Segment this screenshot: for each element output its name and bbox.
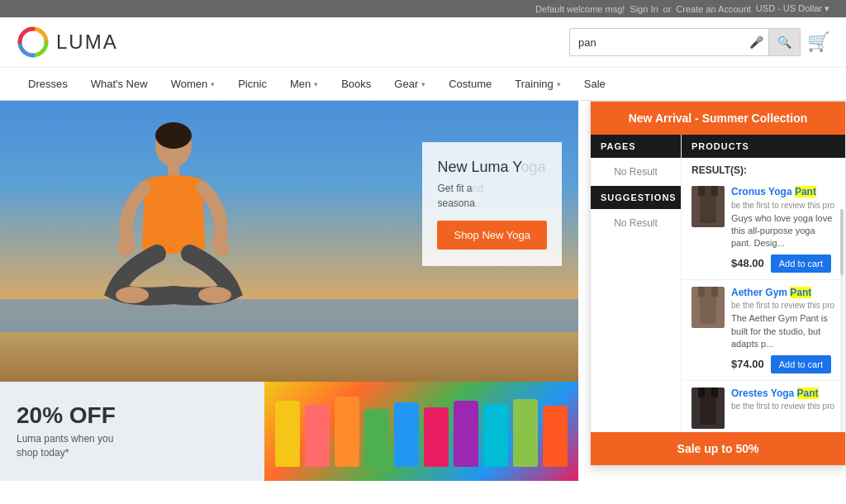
cart-button[interactable]: 🛒 [807,31,829,53]
search-button[interactable]: 🔍 [768,29,800,55]
svg-point-6 [117,240,134,256]
nav-costume[interactable]: Costume [437,68,503,100]
tank-yellow [275,401,300,467]
tank-red [305,405,330,467]
product-desc: The Aether Gym Pant is built for the stu… [731,312,835,350]
tank-lime [513,399,538,467]
dropdown-banner[interactable]: New Arrival - Summer Collection [591,102,845,135]
nav-men[interactable]: Men ▾ [278,68,330,100]
hero-subtitle: Get fit andseasona... [437,181,547,211]
pages-no-result: No Result [591,158,681,186]
signin-link[interactable]: Sign In [630,4,658,14]
product-desc: Guys who love yoga love this all-purpose… [731,212,835,250]
logo-text: LUMA [56,31,118,54]
product-result-item: Aether Gym Pant be the first to review t… [682,280,845,381]
discount-description: Luma pants when you shop today* [17,432,248,460]
pages-header[interactable]: PAGES [591,135,681,158]
promo-card-discount: 20% OFF Luma pants when you shop today* [0,382,264,481]
suggestions-header[interactable]: SUGGESTIONS [591,186,681,209]
svg-rect-12 [698,287,705,297]
product-review: be the first to review this pro [731,201,835,210]
nav-picnic[interactable]: Picnic [226,68,278,100]
dropdown-columns: PAGES No Result SUGGESTIONS No Result PR… [591,135,845,465]
header: LUMA 🎤 🔍 🛒 [0,17,846,68]
search-input[interactable] [570,30,744,55]
product-info: Aether Gym Pant be the first to review t… [731,287,835,373]
hero-section: New Luma Yoga Get fit andseasona... Shop… [0,101,578,382]
promo-card-tanks [264,382,578,481]
svg-point-2 [155,122,192,149]
svg-rect-16 [711,388,718,397]
tank-deep-orange [543,406,568,467]
search-area: 🎤 🔍 🛒 [569,28,829,56]
nav-sale[interactable]: Sale [573,68,617,100]
nav-gear[interactable]: Gear ▾ [383,68,437,100]
discount-headline: 20% OFF [17,402,248,429]
product-info: Orestes Yoga Pant be the first to review… [731,388,835,414]
svg-rect-9 [698,186,705,196]
search-box: 🎤 🔍 [569,28,801,56]
product-name[interactable]: Aether Gym Pant [731,287,835,300]
hero-title: New Luma Yoga [437,159,547,176]
tanks-display [267,388,576,475]
product-thumbnail [692,388,725,429]
search-dropdown: New Arrival - Summer Collection PAGES No… [590,101,846,466]
svg-point-4 [116,287,149,303]
create-account-link[interactable]: Create an Account [676,4,751,14]
or-separator: or [663,4,672,14]
logo-icon [17,26,50,59]
results-label: RESULT(S): [682,158,845,179]
tank-blue [394,402,419,467]
tank-pink [424,407,449,467]
svg-point-7 [213,240,230,256]
product-thumbnail [692,186,725,227]
product-name[interactable]: Orestes Yoga Pant [731,388,835,401]
tank-orange [335,397,359,467]
product-price: $74.00 [731,358,764,370]
product-price: $48.00 [731,257,764,269]
scrollbar-thumb[interactable] [840,209,844,275]
dropdown-left-panel: PAGES No Result SUGGESTIONS No Result [591,135,682,465]
hero-content-box: New Luma Yoga Get fit andseasona... Shop… [422,142,562,266]
product-name[interactable]: Cronus Yoga Pant [731,186,835,199]
svg-point-5 [198,287,231,303]
nav-training[interactable]: Training ▾ [503,68,572,100]
nav-women[interactable]: Women ▾ [159,68,227,100]
product-review: be the first to review this pro [731,402,835,411]
product-info: Cronus Yoga Pant be the first to review … [731,186,835,273]
svg-rect-10 [711,186,718,196]
main-navigation: Dresses What's New Women ▾ Picnic Men ▾ … [0,68,846,101]
nav-dresses[interactable]: Dresses [17,68,79,100]
nav-books[interactable]: Books [330,68,383,100]
tank-purple [454,401,478,467]
scrollbar-track [840,209,844,457]
nav-whats-new[interactable]: What's New [79,68,159,100]
product-result-item: Cronus Yoga Pant be the first to review … [682,179,845,280]
add-to-cart-button[interactable]: Add to cart [771,254,831,273]
dropdown-footer[interactable]: Sale up to 50% [591,432,845,465]
tank-green [364,409,389,467]
svg-rect-15 [698,388,705,397]
tank-cyan [483,404,508,467]
main-content: New Luma Yoga Get fit andseasona... Shop… [0,101,846,481]
product-review: be the first to review this pro [731,301,835,310]
hero-background: New Luma Yoga Get fit andseasona... Shop… [0,101,578,382]
product-price-row: $74.00 Add to cart [731,355,835,373]
svg-rect-13 [711,287,718,297]
product-price-row: $48.00 Add to cart [731,254,835,273]
products-header: PRODUCTS [682,135,845,158]
logo[interactable]: LUMA [17,26,118,59]
yoga-person [83,117,264,340]
product-thumbnail [692,287,725,328]
suggestions-no-result: No Result [591,209,681,237]
mic-button[interactable]: 🎤 [744,31,768,54]
welcome-message: Default welcome msg! [535,4,625,14]
hero-cta-button[interactable]: Shop New Yoga [437,221,547,250]
add-to-cart-button[interactable]: Add to cart [771,355,831,373]
dropdown-right-panel: PRODUCTS RESULT(S): [682,135,845,465]
promo-section: 20% OFF Luma pants when you shop today* [0,382,578,481]
top-bar: Default welcome msg! Sign In or Create a… [0,0,846,17]
currency-selector[interactable]: USD - US Dollar ▾ [756,3,829,14]
